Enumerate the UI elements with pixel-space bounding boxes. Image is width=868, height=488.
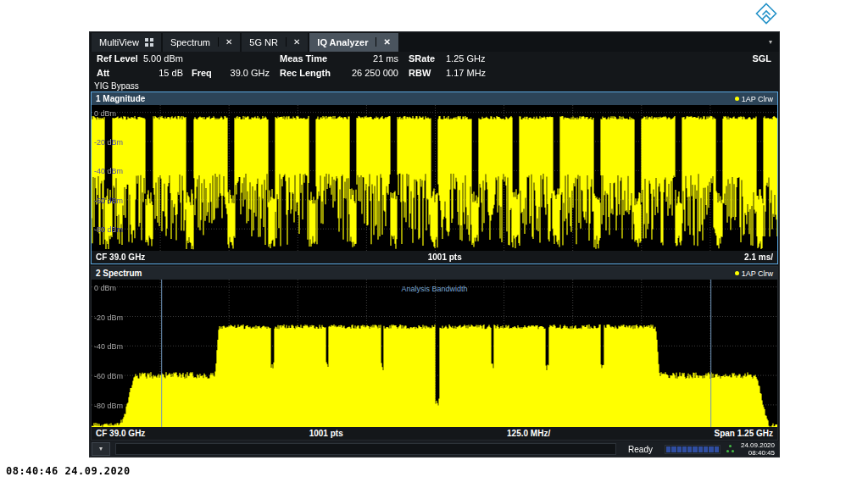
network-status-icon [726, 444, 736, 455]
spectrum-plot-area[interactable]: 0 dBm-20 dBm-40 dBm-60 dBm-80 dBm Analys… [92, 280, 777, 427]
trace-legend: 1AP Clrw [735, 95, 773, 103]
tab-label: MultiView [99, 37, 139, 47]
ref-level-label[interactable]: Ref Level [97, 53, 139, 64]
rec-length-value[interactable]: 26 250 000 [337, 68, 398, 78]
att-value[interactable]: 15 dB [139, 68, 183, 78]
points-readout: 1001 pts [428, 252, 462, 262]
rohde-schwarz-logo [755, 3, 777, 25]
freq-label[interactable]: Freq [192, 68, 220, 78]
ref-level-value[interactable]: 5.00 dBm [139, 53, 183, 64]
status-bar: ▾ Ready 24.09.2020 08:40:45 [90, 441, 779, 457]
status-ready-label: Ready [628, 445, 653, 454]
rbw-value[interactable]: 1.17 MHz [441, 68, 498, 78]
srate-label[interactable]: SRate [409, 53, 441, 64]
points-readout: 1001 pts [309, 429, 343, 438]
tab-label: Spectrum [170, 37, 210, 47]
rbw-label[interactable]: RBW [409, 68, 441, 78]
srate-value[interactable]: 1.25 GHz [441, 53, 498, 64]
tab-label: IQ Analyzer [317, 37, 368, 47]
status-track[interactable] [115, 443, 616, 455]
trace-legend-label: 1AP Clrw [742, 95, 773, 103]
close-icon[interactable]: ✕ [376, 37, 390, 47]
close-icon[interactable]: ✕ [218, 37, 232, 47]
tab-5g-nr[interactable]: 5G NR ✕ [242, 33, 308, 52]
span-readout: Span 1.25 GHz [715, 429, 773, 438]
tab-overflow-arrow-icon[interactable]: ▾ [764, 33, 777, 52]
spectrum-trace [92, 280, 777, 427]
settings-row-1: Ref Level 5.00 dBm Meas Time 21 ms SRate… [90, 52, 779, 66]
status-datetime: 24.09.2020 08:40:45 [741, 441, 777, 457]
analyzer-window: MultiView Spectrum ✕ 5G NR ✕ IQ Analyzer… [89, 31, 780, 458]
status-time: 08:40:45 [741, 449, 775, 457]
panel2-title: 2 Spectrum [96, 269, 142, 278]
time-per-div-readout: 2.1 ms/ [744, 252, 773, 262]
settings-row-2: Att 15 dB Freq 39.0 GHz Rec Length 26 25… [90, 66, 779, 80]
tab-bar-spacer [400, 33, 762, 52]
close-icon[interactable]: ✕ [286, 37, 300, 47]
tab-iq-analyzer[interactable]: IQ Analyzer ✕ [309, 33, 398, 52]
status-dropdown-icon[interactable]: ▾ [92, 442, 110, 456]
status-date: 24.09.2020 [741, 441, 775, 449]
center-frequency-readout: CF 39.0 GHz [96, 429, 145, 438]
settings-header: Ref Level 5.00 dBm Meas Time 21 ms SRate… [90, 52, 779, 80]
panel2-header[interactable]: 2 Spectrum 1AP Clrw [92, 267, 777, 280]
trace-legend: 1AP Clrw [735, 269, 773, 278]
trace-color-dot-icon [735, 271, 739, 275]
single-sweep-badge[interactable]: SGL [752, 53, 771, 64]
rs-diamond-icon [755, 3, 777, 25]
panel1-title: 1 Magnitude [96, 94, 145, 103]
freq-value[interactable]: 39.0 GHz [220, 68, 270, 78]
tab-bar: MultiView Spectrum ✕ 5G NR ✕ IQ Analyzer… [90, 32, 779, 52]
trace-color-dot-icon [735, 97, 739, 101]
rec-length-label[interactable]: Rec Length [280, 68, 337, 78]
meas-time-value[interactable]: 21 ms [337, 53, 398, 64]
yig-bypass-label: YIG Bypass [90, 80, 779, 92]
magnitude-trace [92, 105, 777, 251]
tab-multiview[interactable]: MultiView [92, 33, 161, 52]
panel2-footer: CF 39.0 GHz 1001 pts 125.0 MHz/ Span 1.2… [92, 427, 777, 440]
panel1-header[interactable]: 1 Magnitude 1AP Clrw [92, 92, 777, 105]
freq-per-div-readout: 125.0 MHz/ [507, 429, 550, 438]
trace-legend-label: 1AP Clrw [742, 269, 773, 278]
tab-label: 5G NR [249, 37, 278, 47]
screenshot-timestamp: 08:40:46 24.09.2020 [6, 465, 131, 477]
multiview-grid-icon [145, 38, 153, 47]
tab-spectrum[interactable]: Spectrum ✕ [163, 33, 240, 52]
window-1-magnitude[interactable]: 1 Magnitude 1AP Clrw 0 dBm-20 dBm-40 dBm… [91, 92, 778, 264]
att-label[interactable]: Att [97, 68, 139, 78]
panel1-footer: CF 39.0 GHz 1001 pts 2.1 ms/ [92, 251, 777, 263]
meas-time-label[interactable]: Meas Time [280, 53, 337, 64]
window-2-spectrum[interactable]: 2 Spectrum 1AP Clrw 0 dBm-20 dBm-40 dBm-… [91, 266, 778, 441]
sweep-progress-bar [665, 445, 721, 454]
center-frequency-readout: CF 39.0 GHz [96, 252, 145, 262]
magnitude-plot-area[interactable]: 0 dBm-20 dBm-40 dBm-60 dBm-80 dBm [92, 105, 777, 251]
